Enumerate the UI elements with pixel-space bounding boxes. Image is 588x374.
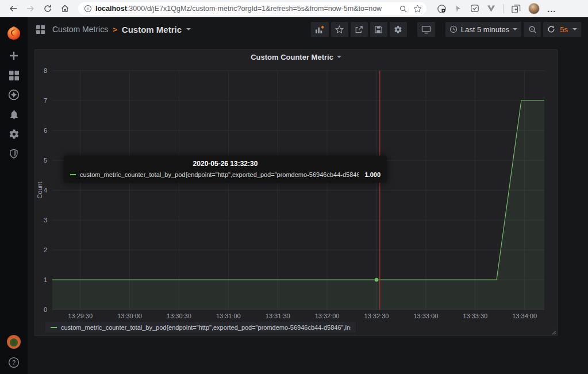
browser-refresh-button[interactable] (40, 2, 55, 16)
browser-home-button[interactable] (57, 2, 72, 16)
refresh-interval-caret-icon (572, 28, 577, 30)
panel-resize-handle[interactable] (551, 329, 556, 335)
grafana-logo[interactable] (0, 21, 28, 46)
svg-text:?: ? (12, 359, 16, 366)
forward-arrow-icon (26, 4, 35, 13)
extension-v-icon[interactable] (487, 5, 495, 13)
clock-icon (449, 25, 458, 33)
x-tick-label: 13:33:30 (463, 313, 487, 319)
sidebar-item-explore[interactable] (0, 85, 28, 105)
extension-shield-check-icon[interactable] (470, 4, 479, 13)
explore-compass-icon (8, 89, 20, 101)
save-icon (374, 25, 383, 34)
series-area-fill (52, 101, 544, 310)
y-tick-label: 1 (44, 276, 47, 283)
time-range-picker-button[interactable]: Last 5 minutes (445, 22, 522, 37)
sidebar-item-configuration[interactable] (0, 124, 28, 144)
x-tick-label: 13:32:00 (315, 313, 340, 319)
browser-back-button[interactable] (6, 2, 21, 16)
y-tick-label: 6 (44, 127, 47, 134)
graph-panel: Custom Counter Metric 01234567813:29:301… (34, 49, 558, 336)
tooltip-series-label: custom_metric_counter_total_by_pod{endpo… (80, 171, 359, 178)
search-icon[interactable] (399, 5, 408, 13)
url-host: localhost (95, 5, 127, 13)
refresh-icon (43, 4, 52, 13)
x-tick-label: 13:32:30 (364, 313, 389, 319)
alerting-bell-icon (9, 109, 20, 120)
x-tick-label: 13:30:30 (167, 313, 191, 319)
star-icon (335, 25, 344, 34)
legend-series-swatch (51, 327, 57, 328)
collections-icon[interactable] (511, 4, 521, 14)
panel-title: Custom Counter Metric (251, 53, 333, 61)
dashboard-grid-icon (36, 25, 45, 34)
x-tick-label: 13:31:00 (216, 313, 241, 319)
shield-icon (9, 148, 19, 159)
legend-series-label: custom_metric_counter_total_by_pod{endpo… (61, 324, 351, 331)
tooltip-series-swatch (70, 174, 76, 175)
refresh-dashboard-button[interactable]: 5s (543, 22, 581, 37)
sidebar-item-dashboards[interactable] (0, 65, 28, 85)
mark-favorite-button[interactable] (331, 22, 348, 37)
x-tick-label: 13:29:30 (68, 313, 93, 319)
y-tick-label: 3 (44, 217, 47, 223)
dashboard-canvas: Custom Counter Metric 01234567813:29:301… (28, 41, 588, 374)
browser-menu-button[interactable]: ... (547, 4, 556, 14)
sidebar-item-alerting[interactable] (0, 105, 28, 124)
tooltip-series-value: 1.000 (359, 171, 381, 178)
share-dashboard-button[interactable] (351, 22, 368, 37)
tooltip-timestamp: 2020-05-26 13:32:30 (70, 160, 381, 168)
browser-extensions-area: ... (437, 3, 556, 14)
back-arrow-icon (9, 4, 18, 13)
x-tick-label: 13:34:00 (512, 313, 537, 319)
plus-icon (9, 51, 19, 61)
time-series-chart[interactable]: 01234567813:29:3013:30:0013:30:3013:31:0… (35, 50, 557, 336)
page-info-icon[interactable] (84, 5, 92, 13)
help-icon: ? (8, 357, 20, 368)
breadcrumb-folder[interactable]: Custom Metrics (52, 25, 108, 34)
sidebar-item-create[interactable] (0, 46, 28, 65)
tv-monitor-icon (421, 25, 431, 34)
add-panel-button[interactable] (311, 22, 329, 37)
breadcrumb-caret-icon (186, 28, 191, 30)
extension-pointer-icon[interactable] (454, 5, 463, 13)
sidebar-item-server-admin[interactable] (0, 144, 28, 163)
breadcrumb-dashboard-title[interactable]: Custom Metric (122, 25, 182, 34)
zoom-out-time-button[interactable] (524, 22, 541, 37)
panel-header[interactable]: Custom Counter Metric (35, 50, 557, 64)
breadcrumb: Custom Metrics > Custom Metric (36, 25, 191, 34)
time-range-caret-icon (513, 28, 517, 30)
browser-toolbar: localhost:3000/d/jE7x1QgMz/custom-metric… (0, 0, 588, 17)
user-avatar[interactable] (7, 335, 21, 349)
grafana-navbar: Custom Metrics > Custom Metric (28, 17, 588, 41)
configuration-gear-icon (9, 129, 20, 140)
grafana-logo-icon (6, 26, 21, 41)
save-dashboard-button[interactable] (370, 22, 387, 37)
sidebar-item-help[interactable]: ? (0, 357, 28, 368)
url-text: localhost:3000/d/jE7x1QgMz/custom-metric… (95, 5, 382, 13)
favorite-star-icon[interactable] (413, 5, 422, 13)
panel-menu-caret-icon (337, 56, 341, 58)
extension-lock-icon[interactable] (437, 4, 447, 14)
y-tick-label: 7 (44, 97, 47, 104)
y-axis-label: Count (36, 182, 43, 198)
address-bar[interactable]: localhost:3000/d/jE7x1QgMz/custom-metric… (78, 2, 426, 15)
x-tick-label: 13:30:00 (117, 313, 142, 319)
hovered-data-point (375, 278, 378, 282)
chart-tooltip: 2020-05-26 13:32:30 custom_metric_counte… (64, 156, 387, 183)
url-path: :3000/d/jE7x1QgMz/custom-metric?orgId=1&… (127, 5, 382, 13)
x-tick-label: 13:31:30 (266, 313, 290, 319)
y-tick-label: 2 (44, 246, 47, 253)
cycle-view-mode-button[interactable] (417, 22, 435, 37)
refresh-interval-label[interactable]: 5s (560, 25, 568, 34)
grafana-sidebar: ? (0, 17, 28, 374)
y-tick-label: 5 (44, 157, 47, 164)
add-panel-icon (315, 25, 325, 34)
browser-forward-button[interactable] (23, 2, 38, 16)
legend-item[interactable]: custom_metric_counter_total_by_pod{endpo… (45, 322, 356, 333)
browser-profile-avatar[interactable] (528, 3, 540, 14)
dashboard-settings-button[interactable] (390, 22, 407, 37)
time-range-label: Last 5 minutes (461, 25, 510, 34)
share-icon (355, 25, 363, 34)
x-tick-label: 13:33:00 (413, 313, 438, 319)
